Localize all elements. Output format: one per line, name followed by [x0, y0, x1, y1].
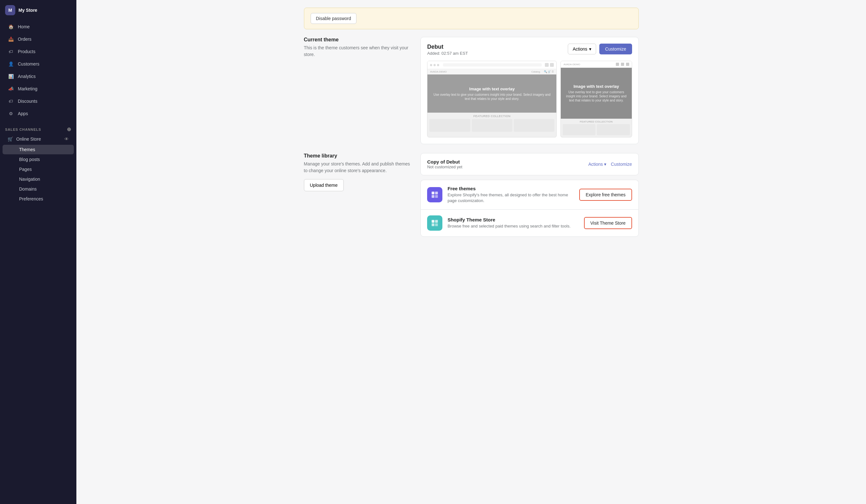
sidebar-item-online-store[interactable]: 🛒 Online Store 👁 [2, 134, 74, 144]
browser-url-bar [443, 63, 542, 67]
free-themes-title: Free themes [447, 186, 574, 191]
copy-theme-name: Copy of Debut [427, 159, 463, 165]
svg-rect-4 [432, 220, 434, 223]
theme-name: Debut [427, 44, 468, 50]
store-avatar: M [5, 5, 15, 15]
desktop-products [428, 119, 556, 134]
online-store-subnav: Themes Blog posts Pages Navigation Domai… [0, 144, 76, 204]
sidebar: M My Store 🏠 Home 📥 Orders 🏷 Products 👤 … [0, 0, 76, 504]
product-thumb-2 [472, 119, 512, 132]
theme-store-cards: Free themes Explore Shopify's free theme… [420, 180, 639, 237]
theme-library-right: Copy of Debut Not customized yet Actions… [420, 153, 639, 237]
apps-icon: ⚙ [8, 110, 14, 117]
disable-password-button[interactable]: Disable password [311, 13, 357, 24]
current-theme-card: Debut Added: 02:57 am EST Actions ▾ Cust… [420, 37, 639, 144]
mobile-product-1 [563, 124, 596, 135]
marketing-icon: 📣 [8, 86, 14, 92]
sidebar-item-blog-posts[interactable]: Blog posts [2, 155, 74, 164]
svg-rect-5 [435, 220, 438, 223]
eye-icon[interactable]: 👁 [64, 136, 69, 142]
navigation-label: Navigation [19, 177, 40, 182]
sidebar-item-analytics-label: Analytics [18, 74, 36, 79]
shopify-store-icon [427, 215, 442, 231]
sidebar-item-domains[interactable]: Domains [2, 184, 74, 194]
online-store-label: Online Store [16, 136, 61, 142]
upload-theme-button[interactable]: Upload theme [304, 179, 344, 191]
themes-label: Themes [19, 147, 35, 152]
sidebar-item-home[interactable]: 🏠 Home [2, 21, 74, 33]
sidebar-item-themes[interactable]: Themes [2, 145, 74, 154]
sidebar-item-analytics[interactable]: 📊 Analytics [2, 70, 74, 82]
mobile-hero: Image with text overlay Use overlay text… [561, 68, 631, 119]
copy-theme-actions: Actions ▾ Customize [588, 161, 632, 167]
svg-rect-7 [435, 223, 438, 226]
svg-rect-6 [432, 223, 434, 226]
sidebar-item-apps[interactable]: ⚙ Apps [2, 108, 74, 120]
add-sales-channel-icon[interactable]: ⊕ [67, 126, 71, 132]
desktop-hero-title: Image with text overlay [469, 87, 515, 91]
home-icon: 🏠 [8, 24, 14, 30]
product-thumb-3 [514, 119, 554, 132]
mobile-product-2 [597, 124, 630, 135]
free-themes-info: Free themes Explore Shopify's free theme… [447, 186, 574, 204]
copy-customize-button[interactable]: Customize [611, 161, 632, 167]
sidebar-item-customers[interactable]: 👤 Customers [2, 58, 74, 70]
sidebar-item-navigation[interactable]: Navigation [2, 175, 74, 184]
sidebar-item-discounts[interactable]: 🏷 Discounts [2, 95, 74, 107]
theme-library-desc: Manage your store's themes. Add and publ… [304, 161, 413, 174]
svg-rect-0 [432, 192, 434, 194]
actions-label: Actions [573, 46, 587, 52]
mobile-hero-sub: Use overlay text to give your customers … [564, 90, 628, 102]
mobile-preview: AVADA-DEMO Image with text overlay Use o… [560, 61, 632, 137]
explore-free-themes-button[interactable]: Explore free themes [579, 189, 632, 201]
copy-actions-button[interactable]: Actions ▾ [588, 161, 606, 167]
shopify-store-desc: Browse free and selected paid themes usi… [447, 223, 579, 229]
shopify-store-info: Shopify Theme Store Browse free and sele… [447, 217, 579, 229]
analytics-icon: 📊 [8, 73, 14, 80]
current-theme-description: Current theme This is the theme customer… [304, 37, 413, 144]
online-store-icon: 🛒 [8, 136, 13, 142]
password-banner: Disable password [304, 8, 639, 29]
sidebar-item-home-label: Home [18, 24, 30, 29]
shopify-store-title: Shopify Theme Store [447, 217, 579, 222]
mobile-hero-title: Image with text overlay [574, 84, 619, 89]
browser-action-1 [545, 63, 549, 67]
store-name: My Store [19, 8, 37, 13]
sidebar-item-orders[interactable]: 📥 Orders [2, 33, 74, 45]
sidebar-item-preferences[interactable]: Preferences [2, 194, 74, 204]
theme-date: Added: 02:57 am EST [427, 51, 468, 56]
sidebar-item-orders-label: Orders [18, 37, 32, 42]
domains-label: Domains [19, 187, 37, 192]
browser-dot-3 [437, 64, 439, 66]
theme-library-description: Theme library Manage your store's themes… [304, 153, 413, 237]
sidebar-item-marketing[interactable]: 📣 Marketing [2, 83, 74, 95]
pages-label: Pages [19, 167, 32, 172]
sidebar-item-customers-label: Customers [18, 61, 40, 67]
free-themes-icon [427, 187, 442, 202]
free-themes-desc: Explore Shopify's free themes, all desig… [447, 192, 574, 204]
site-nav-bar: AVADA-DEMO Catalog 🔍 🛒 ☰ [428, 69, 556, 75]
theme-library-section: Theme library Manage your store's themes… [304, 153, 639, 237]
mobile-browser-bar: AVADA-DEMO [561, 61, 631, 68]
main-nav: 🏠 Home 📥 Orders 🏷 Products 👤 Customers 📊… [0, 18, 76, 123]
theme-preview: AVADA-DEMO Catalog 🔍 🛒 ☰ Image with text… [427, 61, 632, 137]
copy-chevron-icon: ▾ [604, 161, 606, 167]
visit-theme-store-button[interactable]: Visit Theme Store [584, 217, 632, 229]
mobile-search-icon [616, 63, 619, 66]
current-theme-desc: This is the theme customers see when the… [304, 45, 413, 58]
sidebar-item-products[interactable]: 🏷 Products [2, 45, 74, 58]
mobile-cart-icon [621, 63, 624, 66]
browser-bar [428, 61, 556, 69]
mobile-featured-label: FEATURED COLLECTION [561, 119, 631, 124]
main-content: Disable password Current theme This is t… [76, 0, 866, 504]
customize-button[interactable]: Customize [599, 44, 632, 54]
sidebar-item-pages[interactable]: Pages [2, 165, 74, 174]
sales-channels-label: Sales Channels ⊕ [0, 123, 76, 134]
copy-debut-card: Copy of Debut Not customized yet Actions… [420, 153, 639, 175]
free-themes-card: Free themes Explore Shopify's free theme… [420, 180, 639, 209]
sidebar-item-marketing-label: Marketing [18, 86, 37, 91]
desktop-hero: Image with text overlay Use overlay text… [428, 75, 556, 113]
mobile-products [561, 124, 631, 137]
actions-button[interactable]: Actions ▾ [568, 44, 596, 54]
browser-action-2 [550, 63, 554, 67]
